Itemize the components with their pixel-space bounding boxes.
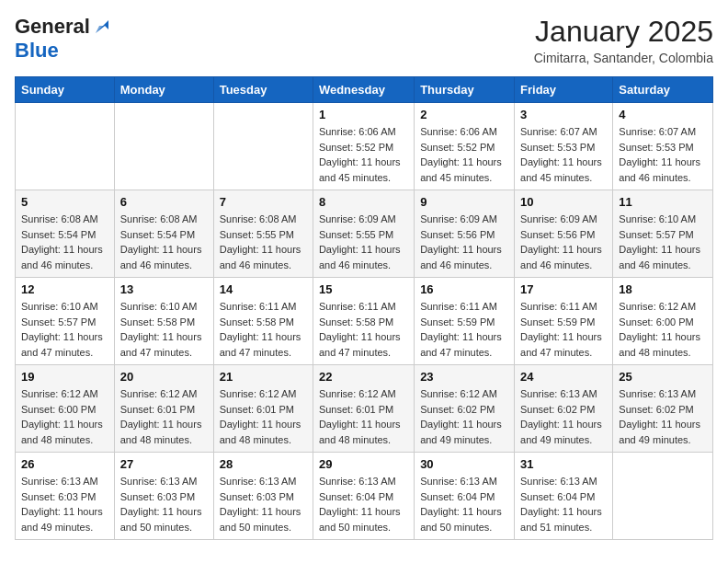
day-info: Sunrise: 6:13 AM Sunset: 6:02 PM Dayligh… (520, 386, 607, 447)
day-info: Sunrise: 6:10 AM Sunset: 5:57 PM Dayligh… (619, 212, 707, 272)
calendar-cell (613, 453, 713, 540)
calendar-cell: 9Sunrise: 6:09 AM Sunset: 5:56 PM Daylig… (415, 190, 515, 278)
calendar-cell: 16Sunrise: 6:11 AM Sunset: 5:59 PM Dayli… (415, 278, 515, 365)
day-info: Sunrise: 6:12 AM Sunset: 6:01 PM Dayligh… (120, 386, 208, 447)
calendar-week-row: 19Sunrise: 6:12 AM Sunset: 6:00 PM Dayli… (16, 365, 713, 453)
day-info: Sunrise: 6:12 AM Sunset: 6:01 PM Dayligh… (220, 386, 307, 447)
day-info: Sunrise: 6:11 AM Sunset: 5:59 PM Dayligh… (420, 299, 508, 360)
day-number: 5 (21, 195, 108, 209)
day-number: 11 (619, 195, 707, 209)
calendar-cell: 23Sunrise: 6:12 AM Sunset: 6:02 PM Dayli… (415, 365, 515, 453)
day-number: 16 (420, 282, 508, 296)
logo-general: General (15, 15, 90, 39)
day-number: 31 (520, 457, 607, 471)
page-header: General Blue January 2025 Cimitarra, San… (15, 15, 713, 65)
day-info: Sunrise: 6:13 AM Sunset: 6:02 PM Dayligh… (619, 386, 707, 447)
day-info: Sunrise: 6:13 AM Sunset: 6:03 PM Dayligh… (21, 474, 108, 534)
calendar-cell: 3Sunrise: 6:07 AM Sunset: 5:53 PM Daylig… (515, 103, 613, 190)
calendar-cell: 14Sunrise: 6:11 AM Sunset: 5:58 PM Dayli… (213, 278, 313, 365)
weekday-header: Sunday (16, 77, 115, 103)
calendar-cell (114, 103, 213, 190)
logo-icon (92, 17, 112, 37)
day-info: Sunrise: 6:09 AM Sunset: 5:56 PM Dayligh… (520, 212, 607, 272)
day-number: 14 (220, 282, 307, 296)
calendar-cell: 26Sunrise: 6:13 AM Sunset: 6:03 PM Dayli… (16, 453, 115, 540)
day-info: Sunrise: 6:09 AM Sunset: 5:56 PM Dayligh… (420, 212, 508, 272)
day-info: Sunrise: 6:12 AM Sunset: 6:00 PM Dayligh… (619, 299, 707, 360)
day-number: 25 (619, 370, 707, 384)
day-number: 22 (319, 370, 408, 384)
day-number: 10 (520, 195, 607, 209)
calendar-cell (213, 103, 313, 190)
calendar-header-row: SundayMondayTuesdayWednesdayThursdayFrid… (16, 77, 713, 103)
calendar-cell: 17Sunrise: 6:11 AM Sunset: 5:59 PM Dayli… (515, 278, 613, 365)
calendar-cell: 11Sunrise: 6:10 AM Sunset: 5:57 PM Dayli… (613, 190, 713, 278)
day-info: Sunrise: 6:13 AM Sunset: 6:04 PM Dayligh… (420, 474, 508, 534)
day-number: 15 (319, 282, 408, 296)
calendar-cell: 10Sunrise: 6:09 AM Sunset: 5:56 PM Dayli… (515, 190, 613, 278)
calendar-cell: 28Sunrise: 6:13 AM Sunset: 6:03 PM Dayli… (213, 453, 313, 540)
day-info: Sunrise: 6:08 AM Sunset: 5:54 PM Dayligh… (21, 212, 108, 272)
day-info: Sunrise: 6:06 AM Sunset: 5:52 PM Dayligh… (319, 124, 408, 185)
logo: General Blue (15, 15, 112, 63)
calendar-cell (16, 103, 115, 190)
month-title: January 2025 (534, 15, 713, 49)
calendar-cell: 27Sunrise: 6:13 AM Sunset: 6:03 PM Dayli… (114, 453, 213, 540)
day-number: 28 (220, 457, 307, 471)
calendar-week-row: 12Sunrise: 6:10 AM Sunset: 5:57 PM Dayli… (16, 278, 713, 365)
day-info: Sunrise: 6:09 AM Sunset: 5:55 PM Dayligh… (319, 212, 408, 272)
calendar-cell: 29Sunrise: 6:13 AM Sunset: 6:04 PM Dayli… (313, 453, 414, 540)
calendar-cell: 30Sunrise: 6:13 AM Sunset: 6:04 PM Dayli… (415, 453, 515, 540)
logo-blue: Blue (15, 39, 59, 63)
weekday-header: Tuesday (213, 77, 313, 103)
calendar-cell: 19Sunrise: 6:12 AM Sunset: 6:00 PM Dayli… (16, 365, 115, 453)
day-info: Sunrise: 6:11 AM Sunset: 5:58 PM Dayligh… (319, 299, 408, 360)
calendar-cell: 4Sunrise: 6:07 AM Sunset: 5:53 PM Daylig… (613, 103, 713, 190)
day-info: Sunrise: 6:07 AM Sunset: 5:53 PM Dayligh… (619, 124, 707, 185)
calendar-cell: 18Sunrise: 6:12 AM Sunset: 6:00 PM Dayli… (613, 278, 713, 365)
calendar-week-row: 26Sunrise: 6:13 AM Sunset: 6:03 PM Dayli… (16, 453, 713, 540)
title-block: January 2025 Cimitarra, Santander, Colom… (534, 15, 713, 65)
day-number: 6 (120, 195, 208, 209)
day-info: Sunrise: 6:13 AM Sunset: 6:03 PM Dayligh… (120, 474, 208, 534)
calendar-week-row: 1Sunrise: 6:06 AM Sunset: 5:52 PM Daylig… (16, 103, 713, 190)
day-number: 1 (319, 108, 408, 121)
day-info: Sunrise: 6:12 AM Sunset: 6:01 PM Dayligh… (319, 386, 408, 447)
calendar-cell: 7Sunrise: 6:08 AM Sunset: 5:55 PM Daylig… (213, 190, 313, 278)
day-info: Sunrise: 6:08 AM Sunset: 5:55 PM Dayligh… (220, 212, 307, 272)
day-number: 17 (520, 282, 607, 296)
day-info: Sunrise: 6:13 AM Sunset: 6:04 PM Dayligh… (520, 474, 607, 534)
weekday-header: Wednesday (313, 77, 414, 103)
calendar-cell: 21Sunrise: 6:12 AM Sunset: 6:01 PM Dayli… (213, 365, 313, 453)
calendar-cell: 24Sunrise: 6:13 AM Sunset: 6:02 PM Dayli… (515, 365, 613, 453)
calendar-cell: 5Sunrise: 6:08 AM Sunset: 5:54 PM Daylig… (16, 190, 115, 278)
calendar-cell: 1Sunrise: 6:06 AM Sunset: 5:52 PM Daylig… (313, 103, 414, 190)
weekday-header: Thursday (415, 77, 515, 103)
day-number: 18 (619, 282, 707, 296)
day-number: 13 (120, 282, 208, 296)
day-info: Sunrise: 6:11 AM Sunset: 5:59 PM Dayligh… (520, 299, 607, 360)
calendar-cell: 2Sunrise: 6:06 AM Sunset: 5:52 PM Daylig… (415, 103, 515, 190)
day-info: Sunrise: 6:10 AM Sunset: 5:58 PM Dayligh… (120, 299, 208, 360)
weekday-header: Friday (515, 77, 613, 103)
day-number: 4 (619, 108, 707, 121)
day-number: 8 (319, 195, 408, 209)
calendar-cell: 20Sunrise: 6:12 AM Sunset: 6:01 PM Dayli… (114, 365, 213, 453)
day-number: 12 (21, 282, 108, 296)
day-number: 23 (420, 370, 508, 384)
calendar-cell: 31Sunrise: 6:13 AM Sunset: 6:04 PM Dayli… (515, 453, 613, 540)
day-number: 29 (319, 457, 408, 471)
calendar-cell: 8Sunrise: 6:09 AM Sunset: 5:55 PM Daylig… (313, 190, 414, 278)
calendar-cell: 15Sunrise: 6:11 AM Sunset: 5:58 PM Dayli… (313, 278, 414, 365)
location: Cimitarra, Santander, Colombia (534, 51, 713, 65)
day-info: Sunrise: 6:13 AM Sunset: 6:04 PM Dayligh… (319, 474, 408, 534)
day-number: 19 (21, 370, 108, 384)
day-number: 9 (420, 195, 508, 209)
calendar-cell: 22Sunrise: 6:12 AM Sunset: 6:01 PM Dayli… (313, 365, 414, 453)
weekday-header: Saturday (613, 77, 713, 103)
calendar-cell: 6Sunrise: 6:08 AM Sunset: 5:54 PM Daylig… (114, 190, 213, 278)
day-info: Sunrise: 6:12 AM Sunset: 6:02 PM Dayligh… (420, 386, 508, 447)
day-info: Sunrise: 6:08 AM Sunset: 5:54 PM Dayligh… (120, 212, 208, 272)
day-number: 2 (420, 108, 508, 121)
day-info: Sunrise: 6:12 AM Sunset: 6:00 PM Dayligh… (21, 386, 108, 447)
